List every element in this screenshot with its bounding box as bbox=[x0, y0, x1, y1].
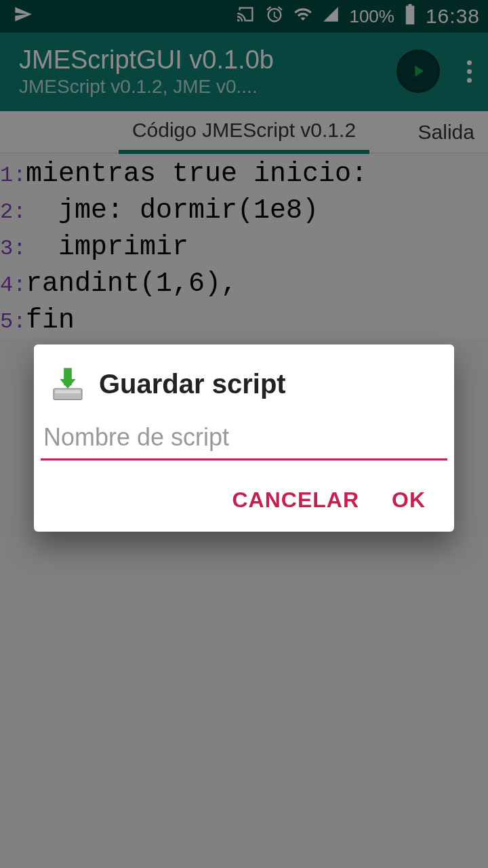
dialog-header: Guardar script bbox=[34, 365, 454, 419]
save-dialog: Guardar script CANCELAR OK bbox=[34, 344, 454, 532]
svg-rect-1 bbox=[55, 390, 80, 393]
cancel-button[interactable]: CANCELAR bbox=[232, 488, 359, 513]
save-to-disk-icon bbox=[49, 365, 87, 403]
ok-button[interactable]: OK bbox=[392, 488, 426, 513]
script-name-input[interactable] bbox=[41, 419, 447, 460]
dialog-actions: CANCELAR OK bbox=[34, 460, 454, 519]
dialog-title: Guardar script bbox=[99, 369, 286, 399]
